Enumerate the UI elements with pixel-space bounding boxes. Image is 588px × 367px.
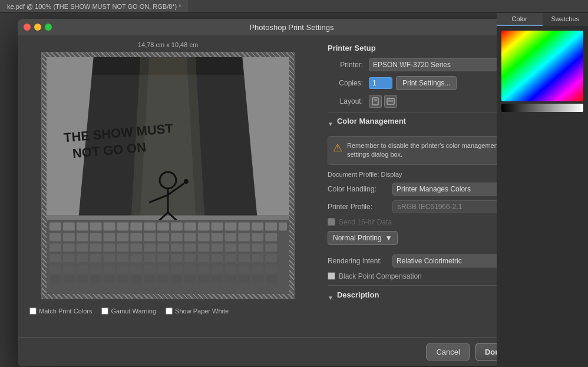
svg-rect-44 (171, 233, 183, 242)
svg-point-15 (184, 179, 189, 184)
normal-printing-dropdown[interactable]: Normal Printing ▼ (328, 231, 398, 245)
svg-rect-36 (63, 233, 75, 242)
printer-label: Printer: (328, 61, 369, 69)
svg-rect-111 (157, 275, 169, 283)
black-point-label: Black Point Compensation (339, 272, 422, 280)
close-button[interactable] (24, 24, 31, 31)
preview-dimensions: 14,78 cm x 10,48 cm (138, 41, 198, 48)
preview-inner: THE SHOW MUST NOT GO ON (47, 57, 289, 294)
svg-rect-117 (238, 275, 250, 283)
svg-rect-83 (238, 254, 250, 262)
description-chevron[interactable]: ▼ (328, 295, 333, 301)
svg-rect-24 (144, 223, 156, 231)
gamut-warning-item[interactable]: Gamut Warning (101, 308, 156, 315)
print-settings-button[interactable]: Print Settings... (396, 76, 457, 90)
svg-rect-68 (265, 243, 277, 252)
cancel-button[interactable]: Cancel (426, 343, 470, 361)
svg-rect-112 (171, 275, 183, 283)
svg-rect-78 (171, 254, 183, 262)
svg-rect-71 (77, 254, 88, 262)
svg-rect-67 (252, 243, 263, 252)
printer-profile-label: Printer Profile: (328, 203, 392, 211)
match-print-colors-label: Match Print Colors (39, 308, 92, 315)
scene-svg: THE SHOW MUST NOT GO ON (47, 57, 289, 294)
svg-rect-50 (252, 233, 263, 242)
svg-rect-98 (212, 264, 223, 273)
show-paper-white-label: Show Paper White (175, 308, 229, 315)
svg-rect-85 (265, 254, 277, 262)
svg-rect-64 (212, 243, 223, 252)
lightness-slider[interactable] (501, 104, 583, 112)
color-spectrum[interactable] (501, 31, 583, 101)
print-settings-dialog: Photoshop Print Settings 14,78 cm x 10,4… (18, 19, 566, 366)
svg-rect-38 (90, 233, 102, 242)
svg-rect-19 (77, 223, 88, 231)
svg-rect-57 (117, 243, 128, 252)
dialog-titlebar: Photoshop Print Settings (18, 19, 566, 35)
gamut-warning-checkbox[interactable] (101, 308, 108, 315)
svg-rect-73 (104, 254, 115, 262)
svg-rect-18 (63, 223, 75, 231)
tab-swatches[interactable]: Swatches (543, 13, 589, 26)
svg-rect-25 (157, 223, 169, 231)
description-title: Description (337, 290, 379, 299)
show-paper-white-checkbox[interactable] (166, 308, 173, 315)
dialog-title: Photoshop Print Settings (249, 23, 333, 32)
svg-rect-100 (238, 264, 250, 273)
tab-color[interactable]: Color (497, 13, 543, 26)
svg-rect-116 (225, 275, 237, 283)
normal-printing-chevron-icon: ▼ (385, 234, 392, 242)
svg-rect-99 (225, 264, 237, 273)
svg-rect-74 (117, 254, 128, 262)
preview-bottom: Match Print Colors Gamut Warning Show Pa… (24, 303, 312, 319)
tab-bar: ke.pdf @ 100% (THE SHOW MUST NOT GO ON, … (0, 0, 588, 13)
svg-rect-97 (198, 264, 210, 273)
svg-rect-106 (90, 275, 102, 283)
document-tab[interactable]: ke.pdf @ 100% (THE SHOW MUST NOT GO ON, … (0, 0, 189, 12)
color-management-chevron[interactable]: ▼ (328, 121, 333, 127)
dialog-footer: Cancel Done Print (18, 337, 566, 366)
svg-rect-62 (184, 243, 196, 252)
color-management-title: Color Management (337, 117, 406, 125)
svg-rect-75 (130, 254, 142, 262)
svg-rect-34 (279, 223, 287, 231)
match-print-colors-checkbox[interactable] (29, 308, 37, 315)
svg-rect-39 (104, 233, 115, 242)
copies-input[interactable] (369, 77, 392, 89)
layout-portrait-icon[interactable] (369, 95, 382, 108)
show-paper-white-item[interactable]: Show Paper White (166, 308, 229, 315)
svg-rect-114 (198, 275, 210, 283)
svg-rect-53 (63, 243, 75, 252)
svg-rect-113 (184, 275, 196, 283)
svg-rect-101 (252, 264, 263, 273)
gamut-warning-label: Gamut Warning (111, 308, 156, 315)
send-16bit-checkbox[interactable] (328, 218, 335, 226)
svg-rect-55 (90, 243, 102, 252)
svg-rect-58 (130, 243, 142, 252)
maximize-button[interactable] (45, 24, 52, 31)
svg-rect-110 (144, 275, 156, 283)
svg-rect-72 (90, 254, 102, 262)
preview-panel: 14,78 cm x 10,48 cm (18, 35, 318, 337)
dialog-area: Photoshop Print Settings 14,78 cm x 10,4… (0, 13, 588, 367)
minimize-button[interactable] (34, 24, 41, 31)
svg-rect-47 (212, 233, 223, 242)
svg-rect-59 (144, 243, 156, 252)
match-print-colors-item[interactable]: Match Print Colors (29, 308, 92, 315)
svg-rect-92 (130, 264, 142, 273)
svg-rect-42 (144, 233, 156, 242)
dialog-body: 14,78 cm x 10,48 cm (18, 35, 566, 337)
svg-rect-17 (49, 223, 61, 231)
svg-rect-109 (130, 275, 142, 283)
svg-rect-48 (225, 233, 237, 242)
svg-rect-84 (252, 254, 263, 262)
svg-rect-87 (63, 264, 75, 273)
black-point-checkbox[interactable] (328, 272, 335, 280)
svg-rect-61 (171, 243, 183, 252)
svg-rect-91 (117, 264, 128, 273)
warning-icon: ⚠ (333, 141, 342, 160)
layout-landscape-icon[interactable] (384, 95, 397, 108)
svg-rect-93 (144, 264, 156, 273)
svg-rect-29 (212, 223, 223, 231)
svg-rect-37 (77, 233, 88, 242)
